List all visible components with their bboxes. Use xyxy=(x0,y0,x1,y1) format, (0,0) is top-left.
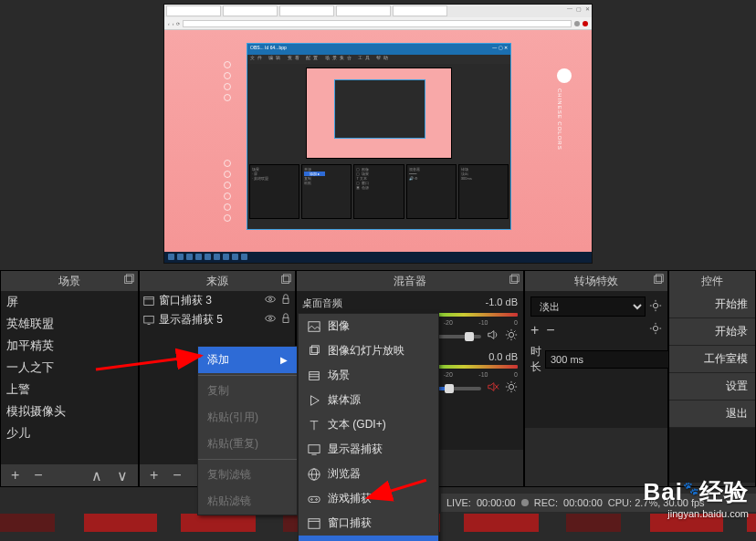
speaker-muted-icon[interactable] xyxy=(487,380,499,396)
svg-rect-4 xyxy=(144,297,154,305)
source-item[interactable]: 显示器捕获 5 xyxy=(140,310,295,329)
add-game-capture[interactable]: 游戏捕获 xyxy=(299,486,438,511)
svg-marker-31 xyxy=(311,395,320,405)
add-window-capture[interactable]: 窗口捕获 xyxy=(299,511,438,536)
svg-rect-1 xyxy=(126,275,133,282)
gear-icon[interactable] xyxy=(505,328,518,344)
add-text[interactable]: 文本 (GDI+) xyxy=(299,412,438,437)
live-time: 00:00:00 xyxy=(477,497,516,508)
add-scene[interactable]: 场景 xyxy=(299,363,438,388)
rec-label: REC: xyxy=(534,497,558,508)
transition-select[interactable]: 淡出 xyxy=(530,297,646,317)
studio-mode-button[interactable]: 工作室模 xyxy=(669,346,755,373)
svg-point-6 xyxy=(266,297,276,302)
svg-point-24 xyxy=(653,326,657,330)
svg-rect-9 xyxy=(144,316,154,323)
add-browser[interactable]: 浏览器 xyxy=(299,462,438,486)
svg-rect-3 xyxy=(283,275,290,282)
svg-rect-2 xyxy=(282,276,289,284)
dock-transitions: 转场特效 淡出 + − 时长 ▲▼ xyxy=(524,270,668,487)
remove-scene-button[interactable]: − xyxy=(29,467,47,484)
mixer-header: 混音器 xyxy=(297,271,523,291)
lock-icon[interactable] xyxy=(280,313,291,327)
duration-input[interactable] xyxy=(545,350,682,369)
nested-obs-window: OBS... Id 64...bpp— ▢ ✕ 文件 编辑 查看 配置 场景集合… xyxy=(247,43,511,230)
scenes-toolbar: + − ∧ ∨ xyxy=(1,464,138,486)
source-label: 显示器捕获 5 xyxy=(159,312,223,328)
scene-item[interactable]: 屏 xyxy=(1,291,138,313)
visibility-icon[interactable] xyxy=(265,313,276,327)
remove-transition-button[interactable]: − xyxy=(546,322,554,338)
svg-rect-16 xyxy=(511,275,519,282)
exit-button[interactable]: 退出 xyxy=(669,401,755,428)
svg-point-7 xyxy=(269,298,272,301)
add-color-source[interactable]: 色源 xyxy=(299,536,438,541)
window-icon xyxy=(143,296,154,307)
svg-point-23 xyxy=(653,303,657,307)
svg-rect-27 xyxy=(311,345,319,352)
decor-right: CHINESE COLORS xyxy=(557,68,575,151)
add-source-button[interactable]: + xyxy=(145,467,163,484)
add-slideshow[interactable]: 图像幻灯片放映 xyxy=(299,338,438,363)
svg-rect-15 xyxy=(510,276,518,284)
scene-item[interactable]: 模拟摄像头 xyxy=(1,401,138,422)
svg-rect-22 xyxy=(656,275,663,282)
svg-rect-39 xyxy=(309,496,320,502)
scene-item[interactable]: 一人之下 xyxy=(1,357,138,379)
menu-paste-ref: 粘贴(引用) xyxy=(198,404,297,431)
move-down-button[interactable]: ∨ xyxy=(112,467,132,484)
svg-rect-28 xyxy=(310,371,320,380)
svg-point-40 xyxy=(311,498,313,500)
rec-time: 00:00:00 xyxy=(563,497,603,508)
speaker-icon[interactable] xyxy=(487,328,499,344)
start-streaming-button[interactable]: 开始推 xyxy=(669,291,755,318)
taskbar xyxy=(164,252,592,263)
preview-content: —▢✕ ‹›⟳ CHINESE COLORS OBS... Id 64...bp… xyxy=(163,4,593,264)
gear-icon[interactable] xyxy=(505,380,518,396)
popout-icon[interactable] xyxy=(279,274,292,286)
popout-icon[interactable] xyxy=(122,274,135,286)
visibility-icon[interactable] xyxy=(265,294,276,307)
scene-item[interactable]: 英雄联盟 xyxy=(1,313,138,335)
gear-icon[interactable] xyxy=(649,322,662,338)
menu-paste-dup: 粘贴(重复) xyxy=(198,431,297,457)
menu-add[interactable]: 添加▶ xyxy=(198,347,297,373)
gear-icon[interactable] xyxy=(649,299,662,315)
controls-header: 控件 xyxy=(669,271,755,291)
source-item[interactable]: 窗口捕获 3 xyxy=(140,291,295,310)
monitor-icon xyxy=(143,315,154,326)
scene-item[interactable]: 加平精英 xyxy=(1,335,138,357)
transitions-header: 转场特效 xyxy=(525,271,667,291)
menu-copy-filters: 复制滤镜 xyxy=(198,462,297,488)
menu-copy: 复制 xyxy=(198,378,297,404)
scene-item[interactable]: 少儿 xyxy=(1,422,138,444)
scene-item[interactable]: 上警 xyxy=(1,379,138,401)
svg-rect-25 xyxy=(309,321,320,331)
add-transition-button[interactable]: + xyxy=(530,322,539,338)
start-recording-button[interactable]: 开始录 xyxy=(669,318,755,346)
add-display-capture[interactable]: 显示器捕获 xyxy=(299,437,438,462)
add-scene-button[interactable]: + xyxy=(6,467,24,484)
add-media[interactable]: 媒体源 xyxy=(299,388,438,412)
popout-icon[interactable] xyxy=(508,274,520,286)
lock-icon[interactable] xyxy=(280,294,291,307)
preview-area[interactable]: —▢✕ ‹›⟳ CHINESE COLORS OBS... Id 64...bp… xyxy=(0,0,756,266)
watermark-url: jingyan.baidu.com xyxy=(644,508,749,519)
svg-rect-0 xyxy=(125,276,132,284)
watermark: Bai经验 jingyan.baidu.com xyxy=(644,476,749,519)
popout-icon[interactable] xyxy=(652,274,665,286)
move-up-button[interactable]: ∧ xyxy=(87,467,107,484)
svg-point-20 xyxy=(509,384,513,389)
channel-db: -1.0 dB xyxy=(486,297,518,310)
channel-name: 桌面音频 xyxy=(302,297,342,310)
paw-icon xyxy=(683,471,699,485)
settings-button[interactable]: 设置 xyxy=(669,373,755,401)
svg-rect-8 xyxy=(283,298,289,303)
duration-label: 时长 xyxy=(530,344,541,375)
svg-point-41 xyxy=(316,498,318,500)
add-image[interactable]: 图像 xyxy=(299,314,438,338)
remove-source-button[interactable]: − xyxy=(168,467,185,484)
add-source-submenu: 图像 图像幻灯片放映 场景 媒体源 文本 (GDI+) 显示器捕获 浏览器 游戏… xyxy=(298,313,439,541)
svg-rect-21 xyxy=(655,276,662,284)
svg-rect-13 xyxy=(283,317,289,322)
